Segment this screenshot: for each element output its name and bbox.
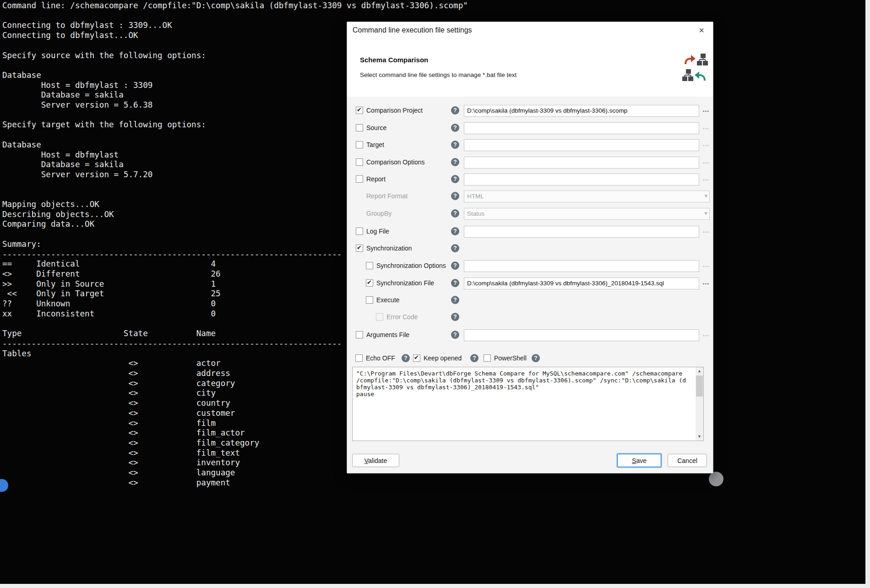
synchronization-options-input[interactable] [464, 260, 699, 272]
browse-icon[interactable]: … [700, 157, 712, 169]
row-comparison-options: Comparison Options ? … [347, 157, 713, 169]
synchronization-file-label: Synchronization File [376, 279, 434, 287]
keep-opened-checkbox[interactable] [413, 354, 420, 362]
browse-icon[interactable]: … [700, 122, 712, 134]
dialog-title: Command line execution file settings [353, 26, 472, 34]
browse-icon[interactable]: … [700, 139, 712, 151]
comparison-project-label: Comparison Project [366, 107, 423, 114]
help-icon[interactable]: ? [451, 124, 459, 132]
powershell-label: PowerShell [494, 354, 527, 362]
browse-icon[interactable]: … [700, 329, 712, 341]
browse-icon[interactable]: … [700, 260, 712, 272]
report-label: Report [366, 175, 386, 183]
synchronization-file-checkbox[interactable] [366, 279, 373, 287]
scrollbar[interactable]: ▲ ▼ [696, 367, 703, 441]
error-code-checkbox [376, 313, 383, 321]
row-execute: Execute ? [347, 294, 713, 306]
row-report-format: Report Format ? HTML ▾ [347, 191, 713, 202]
help-icon[interactable]: ? [451, 227, 459, 235]
browse-icon[interactable]: … [700, 105, 712, 117]
groupby-label: GroupBy [366, 210, 392, 217]
dialog-header: Schema Comparison Select command line fi… [347, 39, 713, 97]
row-log-file: Log File ? … [347, 226, 713, 238]
synchronization-checkbox[interactable] [356, 245, 363, 252]
echo-off-label: Echo OFF [366, 354, 395, 362]
bat-file-text: "C:\Program Files\Devart\dbForge Schema … [353, 367, 692, 400]
row-arguments-file: Arguments File ? … [347, 329, 713, 341]
row-target: Target ? … [347, 139, 713, 151]
bat-file-preview[interactable]: "C:\Program Files\Devart\dbForge Schema … [352, 367, 704, 441]
chevron-down-icon: ▾ [704, 192, 707, 199]
help-icon[interactable]: ? [451, 279, 459, 287]
source-label: Source [366, 124, 386, 131]
help-icon[interactable]: ? [451, 175, 459, 183]
report-input[interactable] [464, 174, 699, 185]
row-synchronization-options: Synchronization Options ? … [347, 260, 713, 272]
help-icon[interactable]: ? [451, 106, 459, 114]
help-icon[interactable]: ? [451, 192, 459, 200]
help-icon[interactable]: ? [451, 244, 459, 252]
help-icon[interactable]: ? [451, 141, 459, 149]
groupby-dropdown: Status ▾ [464, 208, 710, 220]
scroll-down-icon[interactable]: ▼ [696, 433, 703, 441]
echo-off-checkbox[interactable] [355, 354, 363, 362]
arguments-file-checkbox[interactable] [356, 331, 363, 338]
save-button[interactable]: Save [617, 454, 661, 467]
comparison-options-label: Comparison Options [366, 158, 425, 166]
row-groupby: GroupBy ? Status ▾ [347, 208, 713, 220]
cancel-button[interactable]: Cancel [668, 454, 707, 467]
help-icon[interactable]: ? [451, 331, 459, 339]
help-icon[interactable]: ? [451, 261, 459, 270]
synchronization-options-label: Synchronization Options [376, 262, 446, 269]
target-label: Target [366, 141, 384, 148]
row-bat-options: Echo OFF ? Keep opened ? PowerShell ? [347, 353, 713, 365]
target-checkbox[interactable] [356, 141, 363, 148]
browse-icon[interactable]: … [700, 174, 712, 185]
log-file-checkbox[interactable] [356, 228, 363, 235]
synchronization-file-input[interactable]: D:\comp\sakila (dbfmylast-3309 vs dbfmyl… [464, 278, 699, 289]
validate-button[interactable]: Validate [352, 454, 399, 467]
scroll-up-icon[interactable]: ▲ [696, 367, 703, 375]
window-edge-right [865, 0, 870, 588]
row-synchronization-file: Synchronization File ? D:\comp\sakila (d… [347, 278, 713, 289]
help-icon[interactable]: ? [451, 296, 459, 304]
execute-checkbox[interactable] [366, 296, 373, 304]
cursor-highlight-artifact [709, 472, 723, 486]
help-icon[interactable]: ? [451, 313, 459, 321]
scrollbar-thumb[interactable] [696, 376, 703, 397]
schema-comparison-subtitle: Select command line file settings to man… [360, 71, 517, 78]
comparison-project-input[interactable]: D:\comp\sakila (dbfmylast-3309 vs dbfmyl… [464, 105, 699, 117]
help-icon[interactable]: ? [451, 158, 459, 166]
screen: Command line: /schemacompare /compfile:"… [0, 0, 870, 588]
comparison-project-checkbox[interactable] [356, 107, 363, 114]
chevron-down-icon: ▾ [704, 210, 707, 217]
comparison-options-input[interactable] [464, 157, 699, 169]
synchronization-options-checkbox[interactable] [366, 262, 373, 269]
row-report: Report ? … [347, 174, 713, 185]
log-file-label: Log File [366, 228, 389, 235]
browse-icon[interactable]: … [700, 226, 712, 238]
browse-icon[interactable]: … [700, 278, 712, 289]
arguments-file-input[interactable] [464, 329, 699, 341]
report-format-dropdown: HTML ▾ [464, 191, 710, 202]
powershell-checkbox[interactable] [484, 354, 491, 362]
help-icon[interactable]: ? [451, 209, 459, 218]
help-icon[interactable]: ? [470, 354, 478, 362]
row-synchronization: Synchronization ? [347, 243, 713, 255]
source-checkbox[interactable] [356, 124, 363, 131]
schema-comparison-heading: Schema Comparison [360, 56, 428, 64]
command-line-execution-settings-dialog: Command line execution file settings × S… [347, 22, 713, 474]
report-checkbox[interactable] [356, 175, 363, 183]
target-input[interactable] [464, 139, 699, 151]
help-icon[interactable]: ? [532, 354, 540, 362]
help-icon[interactable]: ? [402, 354, 410, 362]
dialog-titlebar[interactable]: Command line execution file settings × [347, 22, 713, 39]
window-edge-bottom [0, 584, 870, 588]
log-file-input[interactable] [464, 226, 699, 238]
source-input[interactable] [464, 122, 699, 134]
synchronization-label: Synchronization [366, 245, 412, 252]
comparison-options-checkbox[interactable] [356, 158, 363, 166]
report-format-label: Report Format [366, 192, 408, 200]
arguments-file-label: Arguments File [366, 331, 409, 338]
close-icon[interactable]: × [696, 24, 707, 36]
